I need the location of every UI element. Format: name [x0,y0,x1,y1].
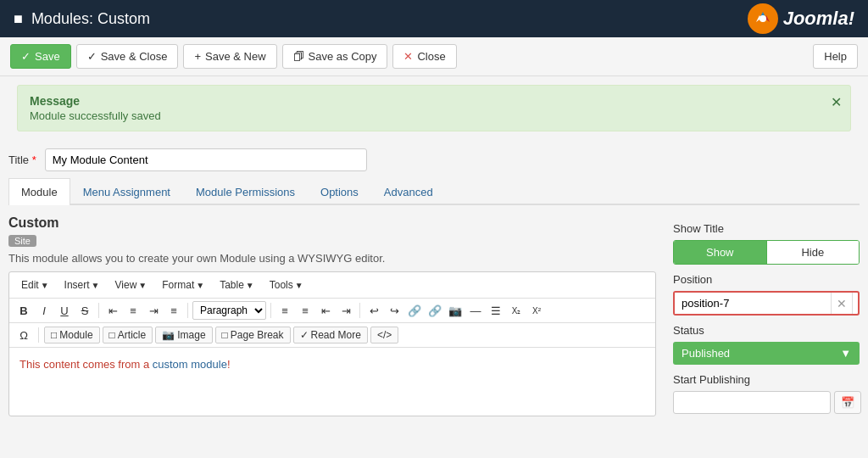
wysiwyg-editor: Edit ▼ Insert ▼ View ▼ Format ▼ [8,271,656,416]
module-insert-icon: □ [51,329,57,341]
joomla-brand-text: Joomla! [783,8,854,30]
chevron-down-icon: ▼ [246,281,254,290]
position-label: Position [673,273,860,286]
align-right-button[interactable]: ⇥ [144,301,163,320]
article-insert-icon: □ [109,329,115,341]
editor-menu-table[interactable]: Table ▼ [213,276,261,294]
start-publishing-input[interactable] [673,391,831,414]
title-row: Title * [8,140,860,178]
bold-button[interactable]: B [14,301,33,320]
module-insert-button[interactable]: □ Module [44,327,100,344]
outdent-button[interactable]: ⇤ [316,301,335,320]
tab-menu-assignment[interactable]: Menu Assignment [70,178,183,205]
table-button[interactable]: ☰ [487,301,505,320]
subscript-button[interactable]: X₂ [507,301,526,320]
position-dropdown-icon[interactable]: ▼ [852,293,860,314]
editor-menu-edit[interactable]: Edit ▼ [14,276,56,294]
editor-menu-insert[interactable]: Insert ▼ [58,276,107,294]
separator [98,303,99,318]
status-dropdown-icon: ▼ [840,347,851,360]
position-clear-icon[interactable]: ✕ [831,293,852,314]
strikethrough-button[interactable]: S [75,301,94,320]
toolbar: ✓ Save ✓ Save & Close + Save & New 🗍 Sav… [0,37,868,76]
read-more-button[interactable]: ✓ Read More [293,327,368,344]
undo-button[interactable]: ↩ [364,301,383,320]
align-justify-button[interactable]: ≡ [164,301,183,320]
source-code-button[interactable]: </> [370,327,398,344]
save-close-label: Save & Close [101,50,168,63]
tab-module[interactable]: Module [8,178,70,205]
help-button[interactable]: Help [813,44,858,69]
save-button[interactable]: ✓ Save [10,44,71,69]
show-title-toggle: Show Hide [673,240,860,265]
editor-format-row: B I U S ⇤ ≡ ⇥ ≡ Paragraph Heading 1 Head… [9,299,655,323]
editor-content-area[interactable]: This content comes from a custom module! [9,348,655,416]
status-label: Status [673,324,860,337]
position-input[interactable] [675,293,831,314]
save-copy-button[interactable]: 🗍 Save as Copy [282,44,388,69]
paragraph-format-select[interactable]: Paragraph Heading 1 Heading 2 Heading 3 [192,301,266,320]
chevron-down-icon: ▼ [41,281,49,290]
editor-menu-view[interactable]: View ▼ [108,276,154,294]
article-insert-button[interactable]: □ Article [103,327,153,344]
hr-button[interactable]: — [466,301,485,320]
main-content: ✕ Message Module successfully saved Titl… [0,85,868,425]
align-left-button[interactable]: ⇤ [103,301,122,320]
chevron-down-icon: ▼ [138,281,147,290]
status-dropdown[interactable]: Published ▼ [673,342,860,365]
save-new-label: Save & New [205,50,266,63]
joomla-menu-icon: ■ [14,10,23,28]
tab-module-permissions[interactable]: Module Permissions [183,178,308,205]
title-label: Title * [8,154,36,166]
svg-point-1 [760,15,766,22]
editor-text-content: This content comes from a custom module! [19,358,231,371]
superscript-button[interactable]: X² [527,301,546,320]
save-new-icon: + [194,50,201,63]
close-icon: ✕ [403,50,413,63]
save-close-icon: ✓ [87,50,97,63]
image-insert-button[interactable]: 📷 Image [155,327,212,344]
editor-menu-format[interactable]: Format ▼ [155,276,211,294]
joomla-star-icon [748,3,778,34]
omega-button[interactable]: Ω [14,326,33,344]
chevron-down-icon: ▼ [295,281,303,290]
alert-text: Module successfully saved [30,109,838,122]
save-icon: ✓ [21,50,31,63]
list-ordered-button[interactable]: ≡ [296,301,314,320]
page-break-button[interactable]: □ Page Break [215,327,291,344]
indent-button[interactable]: ⇥ [337,301,355,320]
align-center-button[interactable]: ≡ [124,301,142,320]
calendar-button[interactable]: 📅 [834,391,861,414]
redo-button[interactable]: ↪ [385,301,403,320]
start-publishing-label: Start Publishing [673,373,860,386]
separator [187,303,188,318]
underline-button[interactable]: U [55,301,74,320]
list-unordered-button[interactable]: ≡ [275,301,294,320]
joomla-logo: Joomla! [748,3,854,34]
alert-close-icon[interactable]: ✕ [831,94,842,110]
title-input[interactable] [45,148,367,171]
start-publishing-row: 📅 [673,391,860,414]
link-button[interactable]: 🔗 [405,301,424,320]
unlink-button[interactable]: 🔗 [426,301,444,320]
italic-button[interactable]: I [35,301,53,320]
page-title: Modules: Custom [31,10,150,28]
save-copy-icon: 🗍 [293,50,304,63]
tab-options[interactable]: Options [308,178,371,205]
status-value: Published [682,347,730,360]
tab-advanced[interactable]: Advanced [371,178,446,205]
editor-insert-row: Ω □ Module □ Article 📷 Image [9,323,655,348]
content-layout: Custom Site This module allows you to cr… [8,205,860,416]
separator [270,303,271,318]
header-left: ■ Modules: Custom [14,10,150,28]
save-close-button[interactable]: ✓ Save & Close [76,44,179,69]
image-insert-icon: 📷 [162,329,175,341]
close-button[interactable]: ✕ Close [392,44,456,69]
show-toggle-btn[interactable]: Show [674,241,766,264]
hide-toggle-btn[interactable]: Hide [766,241,860,264]
image-button[interactable]: 📷 [446,301,465,320]
save-label: Save [35,50,60,63]
save-new-button[interactable]: + Save & New [183,44,276,69]
editor-menu-tools[interactable]: Tools ▼ [263,276,310,294]
editor-menu-row: Edit ▼ Insert ▼ View ▼ Format ▼ [9,272,655,299]
